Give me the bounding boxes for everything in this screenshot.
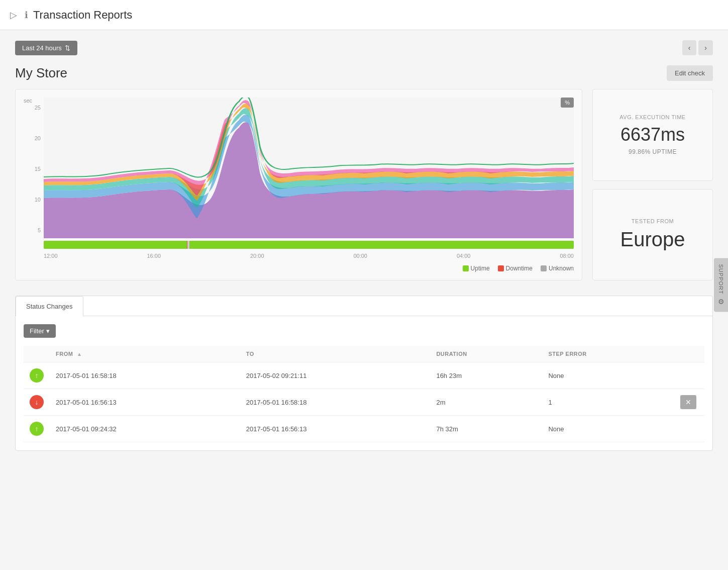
row-1-status-cell: ↑ (24, 362, 50, 389)
tested-from-card: TESTED FROM Europe (592, 189, 713, 281)
chart-section: sec % 25 20 15 10 5 (15, 89, 582, 280)
y-tick-25: 25 (35, 105, 41, 111)
table-row: ↑ 2017-05-01 09:24:32 2017-05-01 16:56:1… (24, 416, 704, 442)
row-2-duration: 2m (430, 389, 542, 416)
row-1-to: 2017-05-02 09:21:11 (240, 362, 431, 389)
legend-uptime: Uptime (463, 265, 490, 272)
uptime-bar (44, 241, 574, 249)
row-2-action: ✕ (674, 389, 704, 416)
info-icon: ℹ (25, 10, 28, 21)
col-step-error: STEP ERROR (542, 346, 674, 362)
row-3-from: 2017-05-01 09:24:32 (50, 416, 240, 442)
row-3-action (674, 416, 704, 442)
status-up-icon: ↑ (30, 368, 44, 383)
table-row: ↓ 2017-05-01 16:56:13 2017-05-01 16:58:1… (24, 389, 704, 416)
filter-dropdown-icon: ▾ (46, 327, 50, 335)
execution-time-label: AVG. EXECUTION TIME (603, 114, 702, 120)
row-1-step-error: None (542, 362, 674, 389)
toolbar: Last 24 hours ⇅ ‹ › (15, 40, 713, 55)
tab-status-changes[interactable]: Status Changes (16, 296, 83, 316)
row-2-action-button[interactable]: ✕ (680, 395, 696, 409)
legend-unknown-label: Unknown (549, 265, 574, 272)
status-changes-table: FROM ▲ TO DURATION STEP ERROR ↑ (24, 346, 704, 442)
time-selector-label: Last 24 hours (22, 44, 62, 52)
row-2-from: 2017-05-01 16:56:13 (50, 389, 240, 416)
execution-time-card: AVG. EXECUTION TIME 6637ms 99.86% UPTIME (592, 89, 713, 181)
row-1-action (674, 362, 704, 389)
nav-next-button[interactable]: › (698, 40, 713, 55)
page-title: My Store (15, 65, 67, 81)
row-3-step-error: None (542, 416, 674, 442)
chart-container: sec % 25 20 15 10 5 (24, 98, 574, 272)
content-layout: sec % 25 20 15 10 5 (15, 89, 713, 280)
col-actions (674, 346, 704, 362)
stats-section: AVG. EXECUTION TIME 6637ms 99.86% UPTIME… (592, 89, 713, 280)
row-2-status-cell: ↓ (24, 389, 50, 416)
legend-unknown-dot (541, 265, 547, 271)
nav-buttons: ‹ › (682, 40, 713, 55)
percent-toggle-button[interactable]: % (561, 98, 574, 108)
tested-from-value: Europe (603, 228, 702, 251)
x-axis: 12:00 16:00 20:00 00:00 04:00 08:00 (44, 251, 574, 261)
edit-check-button[interactable]: Edit check (667, 65, 713, 81)
filter-button[interactable]: Filter ▾ (24, 324, 56, 338)
row-3-duration: 7h 32m (430, 416, 542, 442)
legend-downtime-dot (498, 265, 504, 271)
table-row: ↑ 2017-05-01 16:58:18 2017-05-02 09:21:1… (24, 362, 704, 389)
time-selector-icon: ⇅ (65, 44, 70, 52)
legend-unknown: Unknown (541, 265, 574, 272)
status-up-icon-2: ↑ (30, 422, 44, 436)
support-icon: ⚙ (717, 297, 725, 306)
row-3-to: 2017-05-01 16:56:13 (240, 416, 431, 442)
y-tick-20: 20 (35, 135, 41, 141)
header: ▷ ℹ Transaction Reports (0, 0, 728, 30)
tested-from-label: TESTED FROM (603, 218, 702, 224)
row-2-step-error: 1 (542, 389, 674, 416)
row-1-from: 2017-05-01 16:58:18 (50, 362, 240, 389)
uptime-bar-segment-green-left (44, 241, 187, 249)
sidebar-toggle[interactable]: ▷ (10, 10, 17, 21)
legend-uptime-label: Uptime (471, 265, 490, 272)
sort-from-icon[interactable]: ▲ (77, 351, 82, 357)
uptime-bar-segment-red (187, 241, 188, 249)
filter-button-label: Filter (30, 327, 44, 335)
x-tick-2: 16:00 (147, 253, 161, 259)
chart-drawing-area (44, 98, 574, 240)
col-status-icon (24, 346, 50, 362)
support-sidebar[interactable]: SUPPORT ⚙ (714, 258, 728, 312)
uptime-bar-container (44, 241, 574, 249)
support-label: SUPPORT (718, 264, 724, 295)
x-tick-4: 00:00 (353, 253, 367, 259)
col-from: FROM ▲ (50, 346, 240, 362)
x-tick-5: 04:00 (457, 253, 471, 259)
status-down-icon: ↓ (30, 395, 44, 409)
time-selector-button[interactable]: Last 24 hours ⇅ (15, 41, 77, 55)
legend-uptime-dot (463, 265, 469, 271)
tab-content: Filter ▾ FROM ▲ TO DURATION STEP ERROR (16, 316, 712, 450)
x-tick-6: 08:00 (560, 253, 574, 259)
uptime-percentage: 99.86% UPTIME (603, 148, 702, 155)
y-tick-10: 10 (35, 197, 41, 203)
legend-downtime-label: Downtime (506, 265, 533, 272)
main-content: Last 24 hours ⇅ ‹ › My Store Edit check … (0, 30, 728, 461)
header-row: FROM ▲ TO DURATION STEP ERROR (24, 346, 704, 362)
x-tick-3: 20:00 (250, 253, 264, 259)
table-header: FROM ▲ TO DURATION STEP ERROR (24, 346, 704, 362)
status-changes-section: Status Changes Filter ▾ FROM ▲ TO DURATI… (15, 296, 713, 451)
status-tabs: Status Changes (16, 296, 712, 316)
y-tick-15: 15 (35, 166, 41, 172)
table-body: ↑ 2017-05-01 16:58:18 2017-05-02 09:21:1… (24, 362, 704, 442)
row-2-to: 2017-05-01 16:58:18 (240, 389, 431, 416)
y-tick-5: 5 (38, 227, 41, 233)
page-title-row: My Store Edit check (15, 65, 713, 81)
uptime-bar-segment-green-right (189, 241, 574, 249)
chart-svg (44, 98, 574, 238)
y-axis-label: sec (24, 98, 32, 104)
row-3-status-cell: ↑ (24, 416, 50, 442)
nav-prev-button[interactable]: ‹ (682, 40, 697, 55)
legend-downtime: Downtime (498, 265, 533, 272)
col-to: TO (240, 346, 431, 362)
x-tick-1: 12:00 (44, 253, 58, 259)
y-axis: 25 20 15 10 5 (24, 98, 44, 238)
chart-legend: Uptime Downtime Unknown (24, 265, 574, 272)
